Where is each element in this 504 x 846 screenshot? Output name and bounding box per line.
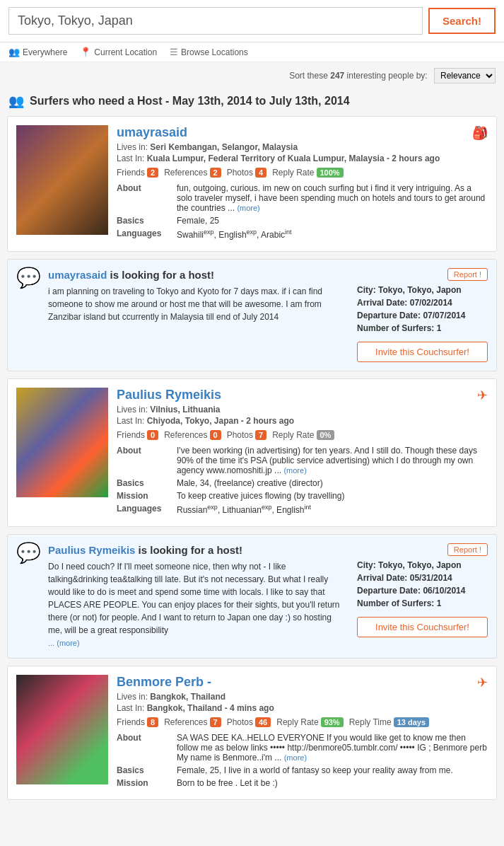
search-button[interactable]: Search! <box>428 8 496 34</box>
meta-departure-umayrasaid: Departure Date: 07/07/2014 <box>357 311 488 320</box>
replyrate-badge-benmore: 93% <box>321 717 344 727</box>
profile-card-benmore: Benmore Perb - ✈ Lives in: Bangkok, Thai… <box>7 666 497 800</box>
profile-name-umayrasaid[interactable]: umayrasaid <box>117 125 187 140</box>
profile-name-benmore[interactable]: Benmore Perb - <box>117 675 211 690</box>
replyrate-badge-umayrasaid: 100% <box>317 168 344 178</box>
mission-label-paulius: Mission <box>117 491 177 501</box>
about-row-umayrasaid: About fun, outgoing, curious. im new on … <box>117 183 488 213</box>
surfers-icon: 👥 <box>8 93 24 109</box>
references-label-umayrasaid: References2 <box>164 168 221 178</box>
request-suffix-umayrasaid: is looking for a host! <box>110 269 215 281</box>
request-card-umayrasaid: 💬 umayrasaid is looking for a host! Repo… <box>7 259 497 371</box>
sort-select[interactable]: Relevance <box>434 68 496 83</box>
about-more-link-paulius[interactable]: (more) <box>283 466 306 475</box>
invite-button-paulius[interactable]: Invite this Couchsurfer! <box>357 617 488 637</box>
request-content-paulius: Paulius Rymeikis is looking for a host! … <box>48 543 488 649</box>
photos-label-paulius: Photos7 <box>227 430 266 440</box>
location-value-benmore: Bangkok, Thailand <box>150 692 225 702</box>
lastin-value-paulius: Chiyoda, Tokyo, Japan - 2 hours ago <box>147 416 294 426</box>
about-row-paulius: About I've been working (in advertising)… <box>117 446 488 475</box>
photos-label-benmore: Photos46 <box>227 717 271 727</box>
basics-value-benmore: Female, 25, I live in a world of fantasy… <box>177 765 488 775</box>
profile-info-umayrasaid: umayrasaid 🎒 Lives in: Seri Kembangan, S… <box>117 125 488 243</box>
photos-badge-benmore: 46 <box>255 717 271 727</box>
report-button-umayrasaid[interactable]: Report ! <box>447 268 488 281</box>
mission-label-benmore: Mission <box>117 778 177 788</box>
basics-row-umayrasaid: Basics Female, 25 <box>117 216 488 226</box>
request-meta-umayrasaid: City: Tokyo, Tokyo, Japon Arrival Date: … <box>357 285 488 362</box>
search-bar: Search! <box>0 0 504 42</box>
request-title-paulius: Paulius Rymeikis is looking for a host! … <box>48 543 488 556</box>
request-body-paulius: Do I need couch? If I'll meet someone ni… <box>48 560 488 649</box>
profile-photo-umayrasaid <box>16 125 108 235</box>
people-count: 247 <box>330 71 344 81</box>
languages-label-paulius: Languages <box>117 504 177 515</box>
lastin-value-umayrasaid: Kuala Lumpur, Federal Territory of Kuala… <box>147 153 440 163</box>
search-input[interactable] <box>8 7 423 35</box>
about-label-paulius: About <box>117 446 177 475</box>
about-more-link-benmore[interactable]: (more) <box>284 753 307 762</box>
meta-arrival-umayrasaid: Arrival Date: 07/02/2014 <box>357 298 488 308</box>
photos-label-umayrasaid: Photos4 <box>227 168 266 178</box>
filter-current-location[interactable]: 📍 Current Location <box>80 47 157 57</box>
basics-label-benmore: Basics <box>117 765 177 775</box>
stats-row-paulius: Friends0 References0 Photos7 Reply Rate0… <box>117 430 488 440</box>
request-suffix-paulius: is looking for a host! <box>139 544 243 556</box>
profile-info-paulius: Paulius Rymeikis ✈ Lives in: Vilnius, Li… <box>117 388 488 518</box>
about-more-link-umayrasaid[interactable]: (more) <box>237 204 259 212</box>
languages-value-umayrasaid: Swahiliexp, Englishexp, Arabicint <box>177 228 488 240</box>
friends-label-umayrasaid: Friends2 <box>117 168 158 178</box>
replytime-label-benmore: Reply Time13 days <box>349 717 429 727</box>
mission-value-benmore: Born to be free . Let it be :) <box>177 778 488 788</box>
request-text-umayrasaid: i am planning on traveling to Tokyo and … <box>48 285 346 362</box>
profile-lastin-paulius: Last In: Chiyoda, Tokyo, Japan - 2 hours… <box>117 416 488 426</box>
photo-img-umayrasaid <box>16 125 108 235</box>
references-badge-benmore: 7 <box>210 717 221 727</box>
invite-button-umayrasaid[interactable]: Invite this Couchsurfer! <box>357 342 488 362</box>
profile-details-paulius: About I've been working (in advertising)… <box>117 446 488 515</box>
photos-badge-umayrasaid: 4 <box>255 168 266 178</box>
replyrate-label-paulius: Reply Rate0% <box>272 430 334 440</box>
profile-card-umayrasaid: umayrasaid 🎒 Lives in: Seri Kembangan, S… <box>7 116 497 252</box>
meta-surfers-umayrasaid: Number of Surfers: 1 <box>357 323 488 333</box>
about-label: About <box>117 183 177 213</box>
profile-location-umayrasaid: Lives in: Seri Kembangan, Selangor, Mala… <box>117 142 488 152</box>
sort-bar: Sort these 247 interesting people by: Re… <box>0 62 504 89</box>
plane-icon-paulius: ✈ <box>477 388 488 403</box>
everywhere-icon: 👥 <box>8 47 20 57</box>
section-title-text: Surfers who need a Host - May 13th, 2014… <box>30 95 350 108</box>
profile-name-paulius[interactable]: Paulius Rymeikis <box>117 388 221 402</box>
request-header-paulius: 💬 Paulius Rymeikis is looking for a host… <box>16 543 488 649</box>
stats-row-benmore: Friends8 References7 Photos46 Reply Rate… <box>117 717 488 727</box>
filter-everywhere[interactable]: 👥 Everywhere <box>8 47 67 57</box>
mission-row-paulius: Mission To keep creative juices flowing … <box>117 491 488 501</box>
location-value-umayrasaid: Seri Kembangan, Selangor, Malaysia <box>150 142 298 152</box>
basics-row-paulius: Basics Male, 34, (freelance) creative (d… <box>117 478 488 488</box>
replytime-badge-benmore: 13 days <box>394 717 429 727</box>
filter-browse-locations[interactable]: ☰ Browse Locations <box>170 47 248 57</box>
request-more-link-paulius[interactable]: ... (more) <box>48 639 80 647</box>
mission-value-paulius: To keep creative juices flowing (by trav… <box>177 491 488 501</box>
languages-row-umayrasaid: Languages Swahiliexp, Englishexp, Arabic… <box>117 228 488 240</box>
friends-label-paulius: Friends0 <box>117 430 158 440</box>
references-badge-umayrasaid: 2 <box>210 168 221 178</box>
about-row-benmore: About SA WAS DEE KA..HELLO EVERYONE If y… <box>117 733 488 763</box>
report-button-paulius[interactable]: Report ! <box>447 543 488 556</box>
profile-lastin-umayrasaid: Last In: Kuala Lumpur, Federal Territory… <box>117 153 488 163</box>
friends-badge-paulius: 0 <box>147 430 158 440</box>
profile-details-umayrasaid: About fun, outgoing, curious. im new on … <box>117 183 488 240</box>
plane-icon-benmore: ✈ <box>477 675 488 690</box>
request-body-umayrasaid: i am planning on traveling to Tokyo and … <box>48 285 488 362</box>
languages-value-paulius: Russianexp, Lithuanianexp, Englishint <box>177 504 488 515</box>
friends-badge-benmore: 8 <box>147 717 158 727</box>
about-value-umayrasaid: fun, outgoing, curious. im new on couch … <box>177 183 488 213</box>
meta-city-umayrasaid: City: Tokyo, Tokyo, Japon <box>357 285 488 295</box>
references-badge-paulius: 0 <box>210 430 221 440</box>
basics-label: Basics <box>117 216 177 226</box>
replyrate-label-umayrasaid: Reply Rate100% <box>272 168 344 178</box>
about-label-benmore: About <box>117 733 177 763</box>
profile-card-paulius: Paulius Rymeikis ✈ Lives in: Vilnius, Li… <box>7 378 497 527</box>
profile-main-benmore: Benmore Perb - ✈ Lives in: Bangkok, Thai… <box>8 666 496 799</box>
lastin-value-benmore: Bangkok, Thailand - 4 mins ago <box>147 703 274 713</box>
section-title: 👥 Surfers who need a Host - May 13th, 20… <box>0 89 504 116</box>
